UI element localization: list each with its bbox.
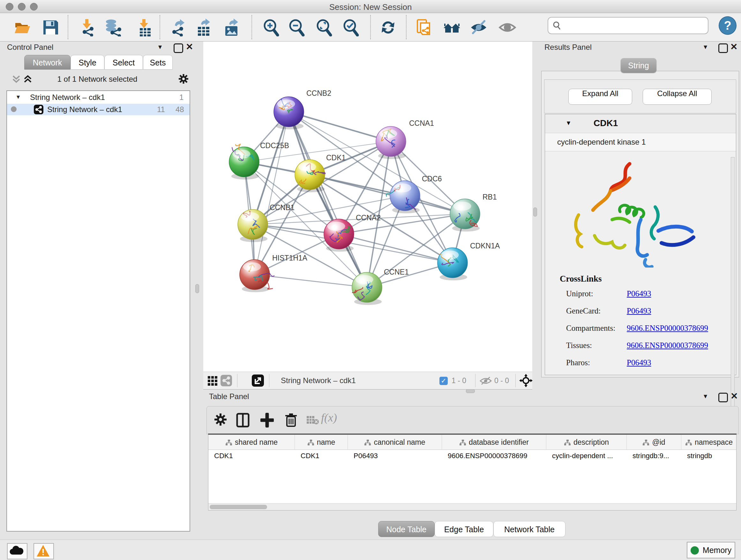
node-gloss-highlight (441, 250, 459, 259)
crosslink-row: Compartments:9606.ENSP00000378699 (566, 324, 732, 334)
crosslink-link[interactable]: P06493 (627, 307, 651, 315)
search-field[interactable] (548, 17, 709, 34)
tab-style[interactable]: Style (71, 55, 105, 70)
crosslink-link[interactable]: P06493 (627, 289, 651, 298)
hide-selected-icon[interactable] (470, 18, 488, 37)
column-header-description[interactable]: description (546, 435, 627, 450)
right-splitter-grip[interactable] (533, 207, 537, 216)
show-columns-icon[interactable] (236, 413, 250, 428)
table-cell[interactable]: P06493 (348, 450, 442, 462)
tab-network-table[interactable]: Network Table (493, 521, 565, 537)
crosslink-link[interactable]: 9606.ENSP00000378699 (627, 324, 708, 333)
results-scrollbar[interactable] (731, 157, 735, 418)
network-edge[interactable] (289, 112, 391, 141)
node-label: CCNA1 (409, 119, 434, 127)
table-cell[interactable]: 9606.ENSP00000378699 (442, 450, 546, 462)
column-header-database-identifier[interactable]: database identifier (442, 435, 546, 450)
tab-node-table[interactable]: Node Table (378, 521, 434, 537)
section-collapse-icon[interactable]: ▾ (567, 119, 570, 127)
memory-status-dot (690, 546, 699, 555)
open-in-window-icon[interactable] (252, 374, 264, 387)
table-cell[interactable]: CDK1 (295, 450, 348, 462)
export-network-icon[interactable] (169, 18, 187, 37)
zoom-in-icon[interactable] (262, 18, 280, 37)
column-header-name[interactable]: name (295, 435, 348, 450)
cdk1-section-header[interactable]: ▾ CDK1 (545, 114, 736, 133)
network-tree: ▾ String Network – cdk1 1 String Network… (6, 90, 190, 532)
selected-checkbox-icon[interactable]: ✓ (440, 377, 448, 385)
column-header--id[interactable]: @id (627, 435, 681, 450)
section-title: CDK1 (594, 118, 618, 128)
network-options-gear-icon[interactable] (178, 73, 189, 84)
panel-menu-icon[interactable]: ▾ (704, 43, 707, 51)
node-gloss-highlight (243, 262, 261, 271)
show-all-icon[interactable] (498, 18, 516, 37)
tree-expand-icon[interactable]: ▾ (17, 93, 20, 101)
table-panel: Table Panel ▾ ✕ (203, 392, 741, 539)
network-collection-label: String Network – cdk1 (30, 93, 105, 102)
node-gloss-highlight (241, 212, 259, 221)
scrollbar-thumb[interactable] (210, 505, 267, 509)
import-network-icon[interactable] (77, 18, 95, 37)
panel-menu-icon[interactable]: ▾ (158, 43, 162, 51)
save-session-icon[interactable] (42, 18, 59, 37)
zoom-selected-icon[interactable] (342, 18, 360, 37)
panel-menu-icon[interactable]: ▾ (704, 392, 707, 400)
collapse-all-button[interactable]: Collapse All (643, 89, 712, 105)
expand-all-button[interactable]: Expand All (568, 89, 632, 105)
network-row[interactable]: String Network – cdk1 11 48 (7, 104, 190, 115)
import-table-icon[interactable] (135, 18, 152, 37)
panel-float-icon[interactable] (718, 393, 728, 402)
import-network-from-database-icon[interactable] (104, 18, 122, 37)
column-header-canonical-name[interactable]: canonical name (348, 435, 442, 450)
panel-close-icon[interactable]: ✕ (730, 42, 738, 52)
delete-column-icon[interactable] (285, 413, 297, 428)
node-table: shared namenamecanonical namedatabase id… (208, 435, 737, 510)
export-table-icon[interactable] (195, 18, 212, 37)
network-collection-row[interactable]: ▾ String Network – cdk1 1 (7, 92, 190, 104)
column-header-namespace[interactable]: namespace (681, 435, 737, 450)
table-cell[interactable]: CDK1 (208, 450, 295, 462)
help-button[interactable]: ? (719, 16, 737, 35)
network-canvas[interactable]: CCNB2CCNA1CDC25BCDK1CDC6RB1CCNB1CCNA2CDK… (203, 42, 532, 372)
birds-eye-view-icon[interactable] (208, 376, 218, 386)
left-splitter-grip[interactable] (195, 284, 199, 293)
table-cell[interactable]: stringdb (681, 450, 737, 462)
column-header-shared-name[interactable]: shared name (208, 435, 295, 450)
collapse-all-networks-icon[interactable] (11, 73, 21, 84)
export-image-icon[interactable] (223, 18, 241, 37)
copy-network-icon[interactable] (415, 18, 433, 37)
network-edge[interactable] (255, 112, 289, 274)
add-column-icon[interactable] (260, 413, 274, 428)
fit-selection-crosshair-icon[interactable] (519, 374, 533, 387)
tab-network[interactable]: Network (24, 55, 71, 70)
table-cell[interactable]: stringdb:9... (627, 450, 681, 462)
panel-float-icon[interactable] (174, 44, 183, 53)
zoom-out-icon[interactable] (288, 18, 306, 37)
table-horizontal-scrollbar[interactable] (208, 503, 736, 510)
tab-sets[interactable]: Sets (143, 55, 173, 70)
tab-edge-table[interactable]: Edge Table (434, 521, 493, 537)
panel-close-icon[interactable]: ✕ (731, 391, 738, 401)
table-gear-icon[interactable] (214, 413, 227, 426)
crosslink-link[interactable]: P06493 (627, 358, 651, 367)
panel-float-icon[interactable] (718, 44, 728, 53)
tab-select[interactable]: Select (105, 55, 143, 70)
expand-all-networks-icon[interactable] (23, 73, 32, 84)
home-icon[interactable] (443, 18, 461, 37)
search-input[interactable] (565, 19, 703, 31)
cloud-button[interactable] (7, 543, 27, 559)
crosslink-label: Compartments: (566, 324, 615, 332)
network-share-icon[interactable] (220, 375, 232, 386)
tab-string[interactable]: String (621, 58, 657, 73)
node-gloss-highlight (277, 99, 295, 108)
network-edge[interactable] (255, 274, 367, 287)
zoom-fit-icon[interactable] (315, 18, 333, 37)
refresh-icon[interactable] (379, 18, 397, 37)
open-session-icon[interactable] (13, 18, 31, 37)
crosslink-link[interactable]: 9606.ENSP00000378699 (627, 341, 708, 350)
panel-close-icon[interactable]: ✕ (186, 42, 193, 52)
warning-button[interactable] (33, 543, 54, 559)
memory-button[interactable]: Memory (687, 542, 735, 558)
table-cell[interactable]: cyclin-dependent ... (546, 450, 627, 462)
